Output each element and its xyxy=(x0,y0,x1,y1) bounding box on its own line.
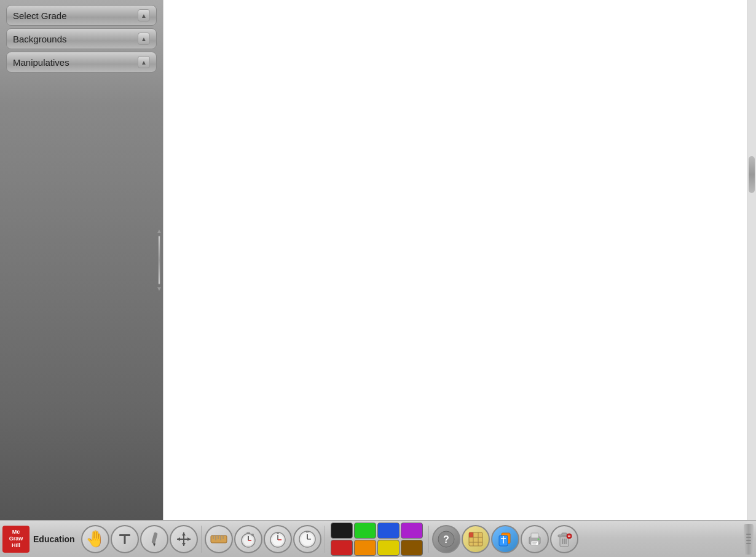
color-red[interactable] xyxy=(331,540,353,556)
app-container: Select Grade ▲ Backgrounds ▲ Manipulativ… xyxy=(0,0,756,557)
help-icon: ? xyxy=(438,531,455,548)
backgrounds-label: Backgrounds xyxy=(13,34,67,44)
svg-rect-47 xyxy=(532,542,537,543)
manipulatives-arrow-icon: ▲ xyxy=(138,56,150,68)
svg-rect-48 xyxy=(532,543,536,545)
ruler-tool-button[interactable] xyxy=(205,525,233,553)
svg-rect-39 xyxy=(469,532,473,537)
pointer-tool-button[interactable] xyxy=(170,525,198,553)
mcgraw-hill-logo: Mc Graw Hill Education xyxy=(2,526,75,553)
pointer-icon xyxy=(176,531,192,547)
trash-button[interactable] xyxy=(550,525,578,553)
color-yellow[interactable] xyxy=(377,540,400,556)
resizer-arrow-bottom-icon: ▼ xyxy=(156,286,162,292)
handle-line-2 xyxy=(746,537,751,538)
print-button[interactable] xyxy=(521,525,549,553)
svg-point-49 xyxy=(537,538,539,540)
svg-point-26 xyxy=(277,532,279,534)
color-orange[interactable] xyxy=(354,540,376,556)
svg-rect-52 xyxy=(562,533,567,535)
stopwatch-tool-button[interactable] xyxy=(234,525,262,553)
separator-3 xyxy=(428,526,429,553)
backgrounds-arrow-icon: ▲ xyxy=(138,33,150,45)
text-icon xyxy=(117,532,132,547)
svg-rect-45 xyxy=(531,533,538,538)
svg-marker-9 xyxy=(182,543,186,546)
bottom-toolbar: Mc Graw Hill Education 🤚 xyxy=(0,520,756,557)
color-blue[interactable] xyxy=(377,523,400,539)
resizer-arrow-top-icon: ▲ xyxy=(156,228,162,234)
ruler-icon xyxy=(210,530,228,548)
svg-text:12: 12 xyxy=(305,531,309,534)
copy-button[interactable] xyxy=(491,525,519,553)
copy-icon xyxy=(497,531,514,548)
sidebar-resizer[interactable]: ▲ ▼ xyxy=(156,228,163,292)
table-button[interactable] xyxy=(462,525,490,553)
stopwatch-icon xyxy=(239,530,258,548)
main-area: Select Grade ▲ Backgrounds ▲ Manipulativ… xyxy=(0,0,756,520)
trash-icon xyxy=(556,531,573,548)
mcgraw-text: Education xyxy=(33,534,75,544)
right-handle[interactable] xyxy=(744,524,754,555)
manipulatives-button[interactable]: Manipulatives ▲ xyxy=(6,52,157,73)
color-palette xyxy=(331,523,423,556)
dial-icon xyxy=(269,530,287,548)
sidebar: Select Grade ▲ Backgrounds ▲ Manipulativ… xyxy=(0,0,163,520)
select-grade-arrow-icon: ▲ xyxy=(138,9,150,22)
text-tool-button[interactable] xyxy=(111,525,139,553)
color-purple[interactable] xyxy=(401,523,423,539)
backgrounds-button[interactable]: Backgrounds ▲ xyxy=(6,28,157,49)
hand-tool-button[interactable]: 🤚 xyxy=(81,525,109,553)
manipulatives-label: Manipulatives xyxy=(13,57,69,68)
separator-2 xyxy=(325,526,325,553)
hand-icon: 🤚 xyxy=(85,529,105,548)
canvas-scrollbar[interactable] xyxy=(747,0,756,520)
pen-tool-button[interactable] xyxy=(140,525,168,553)
resizer-bar xyxy=(158,235,160,285)
svg-marker-3 xyxy=(153,543,156,547)
clock-icon: 12 xyxy=(298,530,317,548)
handle-line-4 xyxy=(746,543,751,544)
handle-line-1 xyxy=(746,534,751,535)
svg-marker-8 xyxy=(182,532,186,535)
select-grade-button[interactable]: Select Grade ▲ xyxy=(6,5,157,26)
svg-rect-2 xyxy=(151,532,157,543)
svg-point-21 xyxy=(251,534,254,536)
canvas-area xyxy=(163,0,756,520)
table-icon xyxy=(467,531,484,548)
handle-line-3 xyxy=(746,540,751,541)
color-black[interactable] xyxy=(331,523,353,539)
mcgraw-icon: Mc Graw Hill xyxy=(2,526,30,553)
dial-timer-button[interactable] xyxy=(264,525,292,553)
svg-marker-6 xyxy=(187,537,191,541)
separator-1 xyxy=(201,526,202,553)
print-icon xyxy=(526,531,543,548)
help-button[interactable]: ? xyxy=(432,525,460,553)
color-brown[interactable] xyxy=(401,540,423,556)
svg-text:?: ? xyxy=(443,534,449,545)
clock-tool-button[interactable]: 12 xyxy=(293,525,321,553)
svg-rect-1 xyxy=(124,534,125,544)
color-green[interactable] xyxy=(354,523,376,539)
select-grade-label: Select Grade xyxy=(13,10,67,21)
pen-icon xyxy=(146,531,162,547)
svg-rect-20 xyxy=(246,532,250,534)
svg-marker-5 xyxy=(177,537,180,541)
scroll-thumb xyxy=(749,156,755,193)
